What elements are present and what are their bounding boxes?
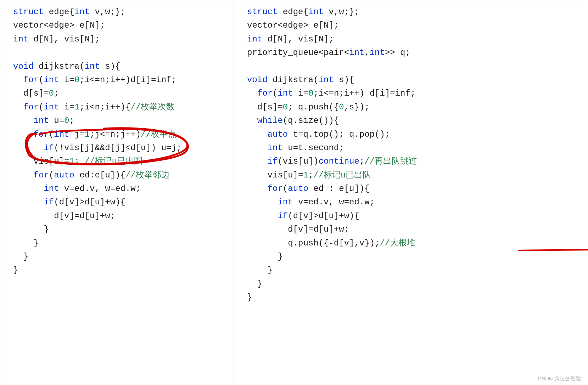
code-token-kw: if [44, 143, 54, 153]
code-token-txt: i= [293, 89, 308, 98]
code-token-kw: int [319, 75, 334, 85]
code-token-txt: t=q.top(); q.pop(); [288, 130, 390, 139]
code-token-kw: int [44, 184, 59, 193]
code-token-kw: int [54, 130, 69, 139]
code-token-num: 1 [303, 170, 308, 180]
code-token-txt: (vis[u]) [278, 157, 318, 166]
code-token-kw: int [13, 34, 28, 44]
code-token-num: 1 [85, 130, 90, 139]
code-token-txt: d[v]=d[u]+w; [247, 225, 349, 234]
code-token-txt: s){ [334, 75, 354, 85]
code-token-txt: i= [59, 102, 74, 112]
code-token-kw: int [349, 48, 364, 57]
code-token-txt: ( [49, 130, 54, 139]
code-token-txt: } [13, 225, 49, 234]
code-token-txt [13, 130, 34, 139]
left-code: struct edge{int v,w;}; vector<edge> e[N]… [13, 5, 229, 277]
code-token-txt: (q.size()){ [283, 116, 339, 125]
code-token-txt: } [247, 293, 252, 302]
code-token-txt: } [13, 252, 28, 261]
code-token-txt: ;i<n;i++){ [79, 102, 130, 112]
code-token-kw: while [257, 116, 283, 125]
code-token-txt: , [364, 48, 369, 57]
code-token-txt: ; [54, 89, 59, 98]
code-token-kw: auto [268, 130, 288, 139]
code-token-txt [247, 89, 257, 98]
code-token-txt [247, 116, 257, 125]
code-token-txt: >> q; [385, 48, 410, 57]
code-token-kw: struct [13, 7, 44, 17]
code-token-txt: (d[v]>d[u]+w){ [288, 211, 359, 221]
code-token-txt: j= [69, 130, 84, 139]
code-token-txt: d[v]=d[u]+w; [13, 211, 115, 221]
code-token-txt: i= [59, 75, 74, 85]
code-token-num: 1 [69, 157, 74, 166]
code-token-txt: ( [283, 184, 288, 193]
code-token-txt: d[N], vis[N]; [28, 34, 100, 44]
code-token-txt: u=t.second; [283, 143, 344, 153]
code-token-txt: } [13, 238, 39, 248]
code-token-kw: for [34, 130, 49, 139]
code-token-kw: auto [54, 170, 74, 180]
code-token-cm: //标记u已出队 [313, 170, 371, 180]
code-token-txt: edge{ [278, 7, 308, 17]
code-token-cm: //标记u已出圈 [85, 157, 142, 166]
code-token-kw: int [268, 143, 283, 153]
code-token-txt [247, 157, 268, 166]
code-token-txt [247, 130, 268, 139]
code-token-txt: } [247, 265, 273, 275]
code-token-kw: int [34, 116, 49, 125]
code-token-txt: ( [39, 102, 44, 112]
code-token-txt: ; [74, 157, 85, 166]
code-token-kw: int [247, 34, 262, 44]
code-token-txt: ed:e[u]){ [74, 170, 125, 180]
code-token-txt: v=ed.v, w=ed.w; [59, 184, 141, 193]
code-token-num: 0 [308, 89, 313, 98]
code-token-txt: ; [308, 170, 313, 180]
code-token-cm: //枚举邻边 [125, 170, 170, 180]
code-token-txt: v=ed.v, w=ed.w; [293, 197, 375, 207]
code-token-kw: for [34, 170, 49, 180]
code-token-txt: edge{ [44, 7, 74, 17]
code-token-kw: void [13, 62, 34, 71]
code-token-txt: ; [359, 157, 364, 166]
code-token-kw: int [44, 75, 59, 85]
code-token-txt: ; q.push({ [288, 102, 339, 112]
code-token-txt: ed : e[u]){ [308, 184, 370, 193]
code-token-txt [247, 211, 278, 221]
code-token-kw: int [74, 7, 90, 17]
code-token-txt [13, 197, 44, 207]
code-token-txt: } [13, 265, 18, 275]
code-token-txt: dijkstra( [268, 75, 319, 85]
code-token-txt [247, 184, 268, 193]
code-token-txt [13, 102, 23, 112]
code-token-kw: for [268, 184, 283, 193]
code-token-kw: if [278, 211, 288, 221]
code-token-txt: v,w;}; [324, 7, 359, 17]
code-token-num: 1 [74, 102, 79, 112]
code-token-txt: vis[u]= [13, 157, 69, 166]
code-token-kw: int [44, 102, 59, 112]
code-token-num: 0 [339, 102, 344, 112]
code-token-txt [247, 143, 268, 153]
code-token-num: 0 [74, 75, 79, 85]
code-token-kw: int [278, 197, 293, 207]
code-token-txt: s){ [100, 62, 121, 71]
code-token-txt: q.push({-d[v],v}); [247, 238, 380, 248]
code-token-cm: //大根堆 [380, 238, 415, 248]
code-token-kw: struct [247, 7, 278, 17]
code-token-txt [13, 184, 44, 193]
code-token-kw: int [308, 7, 324, 17]
code-token-kw: continue [319, 157, 359, 166]
code-token-txt: v,w;}; [90, 7, 125, 17]
code-token-cm: //枚举点 [141, 130, 177, 139]
code-token-txt: (d[v]>d[u]+w){ [54, 197, 125, 207]
code-token-num: 0 [49, 89, 54, 98]
code-token-txt: vis[u]= [247, 170, 303, 180]
code-token-txt: (!vis[j]&&d[j]<d[u]) u=j; [54, 143, 181, 153]
code-token-txt: ;j<=n;j++) [90, 130, 141, 139]
code-token-kw: for [257, 89, 273, 98]
code-token-txt: vector<edge> e[N]; [13, 21, 105, 30]
watermark: CSDN @仨公智能 [538, 374, 581, 383]
code-token-txt: ( [49, 170, 54, 180]
